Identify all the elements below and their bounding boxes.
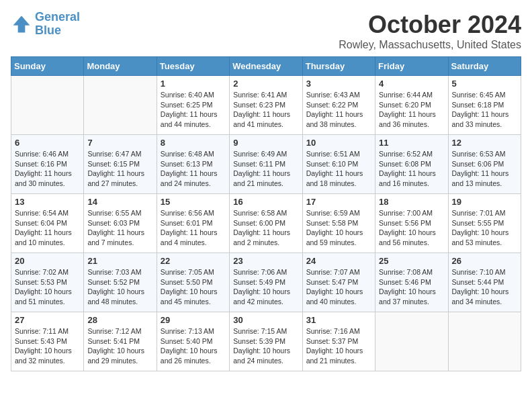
calendar-cell: 17Sunrise: 6:59 AMSunset: 5:58 PMDayligh… xyxy=(302,194,375,253)
calendar-cell: 27Sunrise: 7:11 AMSunset: 5:43 PMDayligh… xyxy=(11,312,84,371)
day-header-tuesday: Tuesday xyxy=(157,57,229,76)
day-number: 16 xyxy=(233,197,298,207)
logo: General Blue xyxy=(11,11,80,38)
day-number: 27 xyxy=(15,315,80,325)
calendar-cell: 15Sunrise: 6:56 AMSunset: 6:01 PMDayligh… xyxy=(157,194,229,253)
calendar-cell: 26Sunrise: 7:10 AMSunset: 5:44 PMDayligh… xyxy=(448,253,521,312)
calendar-cell: 10Sunrise: 6:51 AMSunset: 6:10 PMDayligh… xyxy=(302,135,375,194)
day-number: 6 xyxy=(15,138,80,148)
calendar-cell: 25Sunrise: 7:08 AMSunset: 5:46 PMDayligh… xyxy=(375,253,448,312)
day-number: 7 xyxy=(87,138,152,148)
day-info: Sunrise: 7:05 AMSunset: 5:50 PMDaylight:… xyxy=(161,267,226,307)
calendar-cell: 9Sunrise: 6:49 AMSunset: 6:11 PMDaylight… xyxy=(230,135,302,194)
day-info: Sunrise: 7:02 AMSunset: 5:53 PMDaylight:… xyxy=(15,267,80,307)
page-header: General Blue October 2024 Rowley, Massac… xyxy=(11,11,521,51)
calendar-cell: 1Sunrise: 6:40 AMSunset: 6:25 PMDaylight… xyxy=(157,76,229,135)
day-info: Sunrise: 7:03 AMSunset: 5:52 PMDaylight:… xyxy=(87,267,152,307)
calendar-week-row: 20Sunrise: 7:02 AMSunset: 5:53 PMDayligh… xyxy=(11,253,521,312)
day-number: 13 xyxy=(15,197,80,207)
calendar-cell: 29Sunrise: 7:13 AMSunset: 5:40 PMDayligh… xyxy=(157,312,229,371)
calendar-cell: 30Sunrise: 7:15 AMSunset: 5:39 PMDayligh… xyxy=(230,312,302,371)
day-number: 30 xyxy=(233,315,298,325)
day-info: Sunrise: 6:48 AMSunset: 6:13 PMDaylight:… xyxy=(161,149,226,189)
calendar-subtitle: Rowley, Massachusetts, United States xyxy=(339,39,521,51)
day-info: Sunrise: 6:53 AMSunset: 6:06 PMDaylight:… xyxy=(452,149,517,189)
calendar-cell: 28Sunrise: 7:12 AMSunset: 5:41 PMDayligh… xyxy=(84,312,157,371)
calendar-cell: 11Sunrise: 6:52 AMSunset: 6:08 PMDayligh… xyxy=(375,135,448,194)
day-number: 19 xyxy=(452,197,517,207)
logo-text: General Blue xyxy=(35,11,80,38)
day-number: 1 xyxy=(161,79,226,89)
calendar-cell: 24Sunrise: 7:07 AMSunset: 5:47 PMDayligh… xyxy=(302,253,375,312)
day-number: 14 xyxy=(87,197,152,207)
day-info: Sunrise: 6:54 AMSunset: 6:04 PMDaylight:… xyxy=(15,208,80,248)
day-number: 4 xyxy=(379,79,444,89)
calendar-cell xyxy=(375,312,448,371)
day-number: 21 xyxy=(87,256,152,266)
calendar-cell: 6Sunrise: 6:46 AMSunset: 6:16 PMDaylight… xyxy=(11,135,84,194)
day-info: Sunrise: 7:07 AMSunset: 5:47 PMDaylight:… xyxy=(306,267,371,307)
day-info: Sunrise: 7:10 AMSunset: 5:44 PMDaylight:… xyxy=(452,267,517,307)
calendar-cell: 4Sunrise: 6:44 AMSunset: 6:20 PMDaylight… xyxy=(375,76,448,135)
day-number: 5 xyxy=(452,79,517,89)
calendar-cell: 18Sunrise: 7:00 AMSunset: 5:56 PMDayligh… xyxy=(375,194,448,253)
day-info: Sunrise: 6:41 AMSunset: 6:23 PMDaylight:… xyxy=(233,90,298,130)
day-info: Sunrise: 7:08 AMSunset: 5:46 PMDaylight:… xyxy=(379,267,444,307)
calendar-cell: 14Sunrise: 6:55 AMSunset: 6:03 PMDayligh… xyxy=(84,194,157,253)
calendar-table: SundayMondayTuesdayWednesdayThursdayFrid… xyxy=(11,56,521,371)
day-number: 12 xyxy=(452,138,517,148)
day-info: Sunrise: 6:44 AMSunset: 6:20 PMDaylight:… xyxy=(379,90,444,130)
day-number: 2 xyxy=(233,79,298,89)
calendar-cell: 21Sunrise: 7:03 AMSunset: 5:52 PMDayligh… xyxy=(84,253,157,312)
calendar-week-row: 27Sunrise: 7:11 AMSunset: 5:43 PMDayligh… xyxy=(11,312,521,371)
day-number: 8 xyxy=(161,138,226,148)
day-info: Sunrise: 6:46 AMSunset: 6:16 PMDaylight:… xyxy=(15,149,80,189)
day-header-monday: Monday xyxy=(84,57,157,76)
day-info: Sunrise: 6:58 AMSunset: 6:00 PMDaylight:… xyxy=(233,208,298,248)
day-number: 29 xyxy=(161,315,226,325)
calendar-cell: 20Sunrise: 7:02 AMSunset: 5:53 PMDayligh… xyxy=(11,253,84,312)
logo-line2: Blue xyxy=(35,24,80,38)
day-info: Sunrise: 7:16 AMSunset: 5:37 PMDaylight:… xyxy=(306,326,371,366)
calendar-header-row: SundayMondayTuesdayWednesdayThursdayFrid… xyxy=(11,57,521,76)
day-number: 9 xyxy=(233,138,298,148)
day-number: 18 xyxy=(379,197,444,207)
calendar-week-row: 6Sunrise: 6:46 AMSunset: 6:16 PMDaylight… xyxy=(11,135,521,194)
day-info: Sunrise: 6:49 AMSunset: 6:11 PMDaylight:… xyxy=(233,149,298,189)
logo-icon xyxy=(11,13,32,35)
calendar-cell: 31Sunrise: 7:16 AMSunset: 5:37 PMDayligh… xyxy=(302,312,375,371)
day-info: Sunrise: 7:13 AMSunset: 5:40 PMDaylight:… xyxy=(161,326,226,366)
day-info: Sunrise: 7:15 AMSunset: 5:39 PMDaylight:… xyxy=(233,326,298,366)
day-number: 11 xyxy=(379,138,444,148)
day-number: 25 xyxy=(379,256,444,266)
day-number: 22 xyxy=(161,256,226,266)
calendar-cell: 12Sunrise: 6:53 AMSunset: 6:06 PMDayligh… xyxy=(448,135,521,194)
day-header-saturday: Saturday xyxy=(448,57,521,76)
day-number: 31 xyxy=(306,315,371,325)
day-number: 10 xyxy=(306,138,371,148)
calendar-cell: 23Sunrise: 7:06 AMSunset: 5:49 PMDayligh… xyxy=(230,253,302,312)
day-info: Sunrise: 6:55 AMSunset: 6:03 PMDaylight:… xyxy=(87,208,152,248)
day-info: Sunrise: 7:06 AMSunset: 5:49 PMDaylight:… xyxy=(233,267,298,307)
day-info: Sunrise: 6:47 AMSunset: 6:15 PMDaylight:… xyxy=(87,149,152,189)
day-header-friday: Friday xyxy=(375,57,448,76)
day-number: 20 xyxy=(15,256,80,266)
calendar-cell xyxy=(448,312,521,371)
day-info: Sunrise: 6:51 AMSunset: 6:10 PMDaylight:… xyxy=(306,149,371,189)
calendar-week-row: 13Sunrise: 6:54 AMSunset: 6:04 PMDayligh… xyxy=(11,194,521,253)
day-info: Sunrise: 7:01 AMSunset: 5:55 PMDaylight:… xyxy=(452,208,517,248)
svg-marker-0 xyxy=(13,15,30,32)
day-header-thursday: Thursday xyxy=(302,57,375,76)
calendar-cell: 3Sunrise: 6:43 AMSunset: 6:22 PMDaylight… xyxy=(302,76,375,135)
calendar-cell: 5Sunrise: 6:45 AMSunset: 6:18 PMDaylight… xyxy=(448,76,521,135)
calendar-cell: 2Sunrise: 6:41 AMSunset: 6:23 PMDaylight… xyxy=(230,76,302,135)
calendar-title: October 2024 xyxy=(339,11,521,39)
title-block: October 2024 Rowley, Massachusetts, Unit… xyxy=(339,11,521,51)
calendar-cell xyxy=(11,76,84,135)
calendar-cell xyxy=(84,76,157,135)
calendar-cell: 7Sunrise: 6:47 AMSunset: 6:15 PMDaylight… xyxy=(84,135,157,194)
day-info: Sunrise: 6:40 AMSunset: 6:25 PMDaylight:… xyxy=(161,90,226,130)
day-info: Sunrise: 7:12 AMSunset: 5:41 PMDaylight:… xyxy=(87,326,152,366)
logo-line1: General xyxy=(35,10,80,24)
day-number: 17 xyxy=(306,197,371,207)
